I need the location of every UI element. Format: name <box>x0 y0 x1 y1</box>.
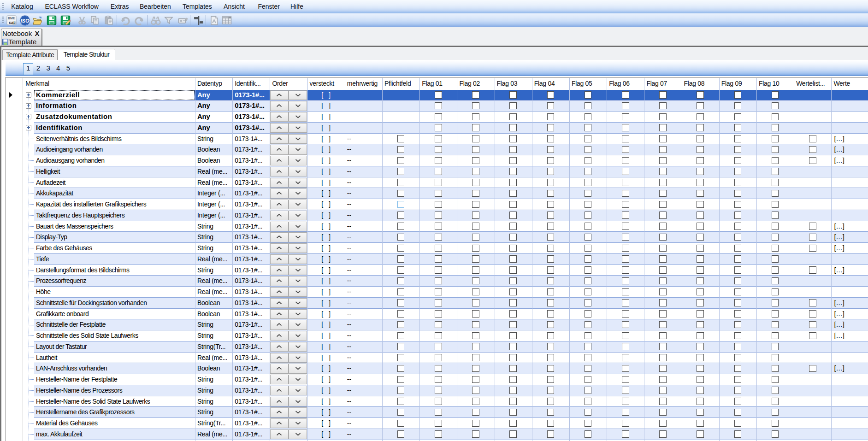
svg-text:cat: cat <box>9 20 15 25</box>
svg-text:BME: BME <box>8 17 15 20</box>
svg-text:ISO: ISO <box>21 18 30 24</box>
